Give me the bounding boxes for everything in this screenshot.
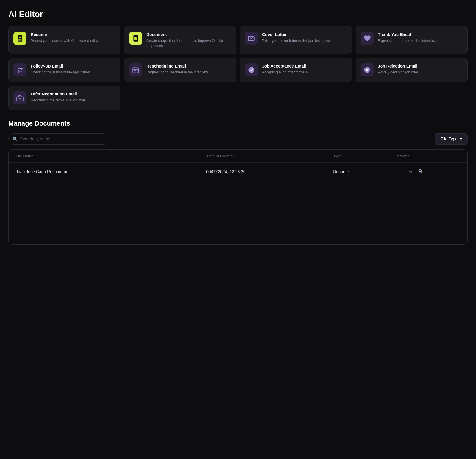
card-document-title: Document: [146, 32, 231, 37]
briefcase-icon: [13, 91, 26, 104]
download-action-button[interactable]: [407, 168, 413, 175]
documents-toolbar: 🔍 File Type ▾: [8, 133, 468, 145]
table-header: File Name Time of Creation Type Actions: [9, 150, 467, 163]
svg-rect-13: [134, 70, 135, 71]
card-follow-up-email[interactable]: Follow-Up Email Checking the status of t…: [8, 58, 120, 82]
type-cell: Resume: [333, 169, 397, 174]
col-time-of-creation: Time of Creation: [206, 154, 333, 158]
table-row: Juan Jose Carin Resume.pdf 09/09/2024, 1…: [9, 163, 467, 181]
card-cover-letter[interactable]: Cover Letter Tailor your cover letter to…: [240, 26, 352, 54]
arrows-icon: [13, 63, 26, 76]
svg-point-1: [19, 37, 21, 39]
search-icon: 🔍: [12, 137, 18, 141]
documents-table: File Name Time of Creation Type Actions …: [8, 149, 468, 245]
cards-row-2: Follow-Up Email Checking the status of t…: [8, 58, 468, 82]
card-job-rejection-email[interactable]: Job Rejection Email Politely declining j…: [356, 58, 468, 82]
page-title: AI Editor: [8, 10, 468, 19]
col-file-name: File Name: [16, 154, 206, 158]
card-job-rejection-desc: Politely declining job offer: [378, 70, 418, 75]
svg-rect-3: [18, 40, 21, 41]
card-job-rejection-title: Job Rejection Email: [378, 63, 418, 69]
cards-row-1: Resume Perfect your resume with AI-power…: [8, 26, 468, 54]
card-offer-negotiation-email[interactable]: Offer Negotiation Email Negotiating the …: [8, 86, 120, 110]
search-wrapper: 🔍: [8, 133, 109, 145]
card-job-acceptance-desc: Accepting a job offer formally: [262, 70, 308, 75]
xmark-icon: [361, 63, 374, 76]
card-rescheduling-email[interactable]: Rescheduling Email Requesting to resched…: [124, 58, 236, 82]
time-of-creation-cell: 09/09/2024, 12:28:20: [206, 169, 333, 174]
cover-letter-icon: [245, 32, 258, 45]
card-thank-you-email[interactable]: Thank You Email Expressing gratitude to …: [356, 26, 468, 54]
file-type-label: File Type: [441, 137, 458, 141]
heart-icon: [361, 32, 374, 45]
actions-cell: ＋: [397, 168, 460, 176]
card-rescheduling-title: Rescheduling Email: [146, 63, 208, 69]
svg-rect-15: [137, 70, 137, 71]
svg-rect-2: [18, 39, 22, 40]
svg-rect-14: [135, 70, 136, 71]
card-job-acceptance-title: Job Acceptance Email: [262, 63, 308, 69]
card-job-acceptance-email[interactable]: Job Acceptance Email Accepting a job off…: [240, 58, 352, 82]
svg-point-22: [20, 99, 20, 99]
card-follow-up-desc: Checking the status of the application: [31, 70, 90, 75]
card-resume-desc: Perfect your resume with AI-powered edit…: [31, 38, 99, 43]
card-resume[interactable]: Resume Perfect your resume with AI-power…: [8, 26, 120, 54]
file-type-button[interactable]: File Type ▾: [435, 133, 468, 145]
card-document-desc: Create supporting documents to improve C…: [146, 38, 231, 48]
card-offer-negotiation-title: Offer Negotiation Email: [31, 91, 85, 97]
svg-point-16: [248, 67, 254, 73]
manage-documents-title: Manage Documents: [8, 120, 468, 127]
calendar-icon: [129, 63, 142, 76]
add-action-button[interactable]: ＋: [397, 168, 403, 176]
col-actions: Actions: [397, 154, 460, 158]
card-follow-up-title: Follow-Up Email: [31, 63, 90, 69]
card-cover-letter-desc: Tailor your cover letter to the job desc…: [262, 38, 331, 43]
file-name-cell: Juan Jose Carin Resume.pdf: [16, 169, 206, 174]
document-icon: [129, 32, 142, 45]
col-type: Type: [333, 154, 397, 158]
card-document[interactable]: Document Create supporting documents to …: [124, 26, 236, 54]
chevron-down-icon: ▾: [460, 137, 462, 141]
card-rescheduling-desc: Requesting to reschedule the interview: [146, 70, 208, 75]
card-offer-negotiation-desc: Negotiating the terms of a job offer: [31, 98, 85, 103]
delete-action-button[interactable]: [417, 168, 423, 175]
card-thank-you-title: Thank You Email: [378, 32, 439, 37]
checkmark-icon: [245, 63, 258, 76]
cards-row-3: Offer Negotiation Email Negotiating the …: [8, 86, 468, 110]
card-thank-you-desc: Expressing gratitude to the interviewer: [378, 38, 439, 43]
card-cover-letter-title: Cover Letter: [262, 32, 331, 37]
search-input[interactable]: [8, 133, 109, 145]
resume-icon: [13, 32, 26, 45]
card-resume-title: Resume: [31, 32, 99, 37]
